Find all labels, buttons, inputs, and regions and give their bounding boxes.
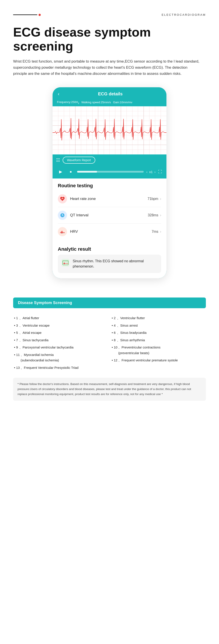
disease-screening-header: Disease Symptom Screening [13, 298, 206, 308]
ecg-waveform-svg [53, 106, 166, 154]
analytic-title: Analytic result [58, 246, 161, 252]
routine-title: Routine testing [58, 183, 161, 188]
stop-button[interactable]: ■ [67, 168, 75, 176]
top-section: ELECTROCARDIOGRAM ECG disease symptom sc… [0, 0, 219, 287]
ecg-meta: Frequency:250Hz Walking speed:25mm/s Gai… [53, 99, 166, 106]
analytic-ecg-icon [61, 258, 70, 267]
disease-item-4: • 4 、Sinus arrest [112, 322, 205, 329]
disease-item-6: • 6 、Sinus bradycardia [112, 329, 205, 336]
analytic-section: Analytic result Sinus rhythm. This ECG s… [53, 242, 166, 278]
disease-item-1: • 1 、Atrial flutter [14, 314, 107, 322]
disease-item-13: • 13 、Frequent Ventricular Presystolic T… [14, 364, 107, 372]
top-bar: ELECTROCARDIOGRAM [13, 13, 206, 16]
qt-interval-label: QT Interval [70, 213, 148, 218]
frequency-label: Frequency:250Hz [57, 100, 79, 104]
footer-note: * Please follow the doctor's instruction… [13, 378, 206, 401]
play-button[interactable]: ▶ [57, 168, 64, 176]
phone-mockup: ‹ ECG details Frequency:250Hz Walking sp… [53, 87, 166, 278]
page-wrapper: ELECTROCARDIOGRAM ECG disease symptom sc… [0, 0, 219, 401]
back-button[interactable]: ‹ [58, 91, 59, 97]
disease-list-container: • 1 、Atrial flutter • 3 、Ventricular esc… [13, 314, 206, 371]
ecg-header: ‹ ECG details [53, 87, 166, 99]
analytic-box: Sinus rhythm. This ECG showed no abnorma… [58, 254, 161, 273]
disease-item-5: • 5 、Atrial escape [14, 329, 107, 336]
analytic-result-text: Sinus rhythm. This ECG showed no abnorma… [73, 258, 158, 269]
top-bar-dot [39, 14, 41, 16]
disease-item-7: • 7 、Sinus tachycardia [14, 336, 107, 344]
disease-item-3: • 3 、Ventricular escape [14, 322, 107, 329]
hrv-label: HRV [70, 230, 152, 234]
top-bar-left [13, 14, 41, 16]
disease-item-11: • 11 、Myocardial ischemia(subendocardial… [14, 351, 107, 364]
disease-section: Disease Symptom Screening • 1 、Atrial fl… [0, 287, 219, 371]
disease-item-2: • 2 、Ventricular flutter [112, 314, 205, 322]
ecg-controls: ▶ ■ ‹ x1 › ⛶ [53, 166, 166, 178]
disease-list-left: • 1 、Atrial flutter • 3 、Ventricular esc… [14, 314, 107, 371]
heart-rate-icon [58, 194, 67, 204]
speed-prev-icon[interactable]: ‹ [146, 170, 147, 174]
top-bar-line [13, 14, 37, 15]
metric-row-heart[interactable]: Heart rate zone 71bpm › [58, 191, 161, 207]
heart-rate-label: Heart rate zone [70, 197, 148, 201]
disease-item-12: • 12 、Frequent ventricular premature sys… [112, 356, 205, 364]
hero-description: Wrist ECG test function, smart and porta… [13, 58, 201, 77]
electrocardiogram-label: ELECTROCARDIOGRAM [162, 13, 206, 16]
frequency-val: 250Hz [71, 100, 79, 104]
heart-rate-arrow: › [160, 197, 161, 201]
hrv-icon [58, 227, 67, 236]
ecg-graph-container: ☷ Waveform Report [53, 106, 166, 166]
gain: Gain:10mm/mv [113, 100, 132, 104]
speed-next-icon[interactable]: › [154, 170, 155, 174]
metric-row-qt[interactable]: QT Interval 328ms › [58, 207, 161, 224]
ecg-graph-footer: ☷ Waveform Report [53, 154, 166, 166]
walking-speed: Walking speed:25mm/s [82, 100, 111, 104]
disease-item-9: • 9 、Paroxysmal ventricular tachycardia [14, 344, 107, 351]
waveform-list-icon: ☷ [56, 158, 60, 163]
hrv-value: 7ms [152, 230, 158, 234]
hrv-arrow: › [160, 230, 161, 234]
disease-item-10: • 10 、Preventricular contractions(preven… [112, 344, 205, 356]
routine-section: Routine testing Heart rate zone 71bpm › [53, 178, 166, 242]
ecg-header-title: ECG details [59, 92, 161, 96]
disease-item-8: • 8 、Sinus arrhythmia [112, 336, 205, 344]
progress-bar-fill [77, 171, 97, 172]
expand-button[interactable]: ⛶ [158, 170, 162, 174]
qt-interval-arrow: › [160, 213, 161, 217]
disease-list-right: • 2 、Ventricular flutter • 4 、Sinus arre… [112, 314, 205, 371]
heart-rate-value: 71bpm [148, 197, 158, 201]
speed-value: x1 [149, 170, 153, 174]
qt-interval-icon [58, 211, 67, 220]
speed-control[interactable]: ‹ x1 › [146, 170, 155, 174]
qt-interval-value: 328ms [148, 213, 158, 217]
waveform-report-button[interactable]: Waveform Report [63, 156, 95, 164]
progress-bar[interactable] [77, 171, 144, 172]
metric-row-hrv[interactable]: HRV 7ms › [58, 224, 161, 240]
main-title: ECG disease symptom screening [13, 25, 206, 53]
